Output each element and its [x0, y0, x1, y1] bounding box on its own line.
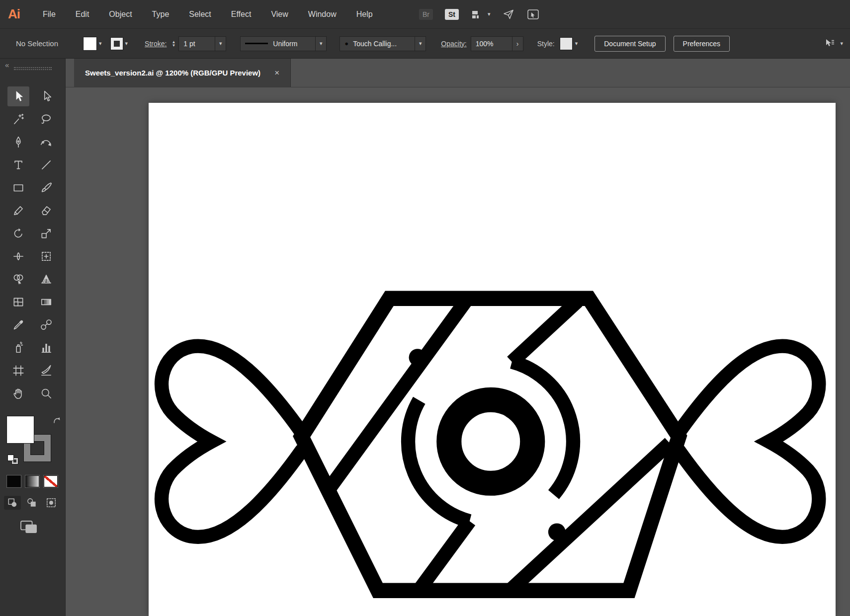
width-profile-select[interactable]: Uniform [240, 36, 316, 51]
menu-bar: Ai File Edit Object Type Select Effect V… [0, 0, 850, 29]
pasteboard[interactable] [66, 87, 850, 616]
close-tab-icon[interactable]: × [274, 68, 279, 78]
candy-artwork[interactable] [149, 103, 836, 616]
menu-file[interactable]: File [43, 10, 56, 19]
candy-center-ring[interactable] [449, 400, 532, 483]
lasso-tool[interactable] [35, 109, 57, 129]
pencil-tool[interactable] [7, 201, 29, 221]
menu-object[interactable]: Object [109, 10, 132, 19]
hand-icon [12, 387, 25, 400]
style-chevron-down-icon[interactable]: ▾ [575, 40, 578, 47]
gradient-button[interactable] [25, 475, 39, 487]
scale-tool[interactable] [35, 224, 57, 243]
share-button[interactable] [503, 8, 514, 20]
bridge-badge[interactable]: Br [419, 9, 433, 20]
selection-tool[interactable] [7, 86, 29, 106]
stroke-weight-label[interactable]: Stroke: [145, 40, 167, 48]
free-transform-tool[interactable] [35, 246, 57, 266]
fill-color-swatch[interactable] [84, 37, 96, 50]
curvature-tool[interactable] [35, 132, 57, 152]
drawing-mode-buttons [4, 496, 60, 510]
column-graph-tool[interactable] [35, 338, 57, 358]
width-tool[interactable] [7, 246, 29, 266]
stroke-weight-input[interactable]: 1 pt [178, 36, 215, 51]
preferences-button[interactable]: Preferences [674, 36, 730, 52]
none-button[interactable] [44, 475, 58, 487]
share-icon [503, 8, 514, 20]
pen-tool[interactable] [7, 132, 29, 152]
collapse-panel-button[interactable]: « [5, 61, 9, 69]
candy-dot-bottom[interactable] [548, 523, 566, 540]
perspective-grid-tool[interactable] [35, 269, 57, 289]
stroke-color-swatch[interactable] [111, 38, 123, 50]
stroke-weight-dropdown[interactable]: ▾ [215, 36, 226, 51]
default-fill-stroke-button[interactable] [8, 455, 19, 465]
pen-icon [12, 136, 25, 149]
mesh-tool[interactable] [7, 292, 29, 312]
zoom-tool[interactable] [35, 384, 57, 403]
brush-definition-select[interactable]: ● Touch Callig... [340, 36, 415, 51]
brush-definition-value: Touch Callig... [353, 40, 397, 48]
band-stub-upper-right[interactable] [512, 301, 578, 362]
selection-status: No Selection [16, 39, 66, 48]
brush-definition-dropdown[interactable]: ▾ [415, 36, 426, 51]
stepper-down-icon[interactable]: ▼ [171, 44, 175, 47]
menu-effect[interactable]: Effect [231, 10, 252, 19]
opacity-flyout-arrow[interactable]: › [512, 36, 523, 51]
menu-view[interactable]: View [271, 10, 288, 19]
fill-chevron-down-icon[interactable]: ▾ [99, 40, 102, 47]
stock-badge[interactable]: St [445, 9, 459, 20]
stroke-chevron-down-icon[interactable]: ▾ [125, 40, 128, 47]
candy-wrapper-right-bow[interactable] [679, 346, 819, 537]
candy-dot-top[interactable] [409, 349, 426, 366]
artboard[interactable] [149, 103, 836, 616]
color-button[interactable] [7, 475, 21, 487]
shape-builder-tool[interactable] [7, 269, 29, 289]
menu-help[interactable]: Help [356, 10, 373, 19]
paintbrush-tool[interactable] [35, 178, 57, 198]
blend-tool[interactable] [35, 315, 57, 335]
line-segment-tool[interactable] [35, 155, 57, 175]
menu-select[interactable]: Select [189, 10, 211, 19]
swap-fill-stroke-button[interactable] [53, 416, 62, 425]
document-tab-title: Sweets_version2.ai @ 1200% (RGB/GPU Prev… [85, 69, 260, 77]
rotate-tool[interactable] [7, 224, 29, 243]
width-profile-dropdown[interactable]: ▾ [316, 36, 327, 51]
gradient-tool[interactable] [35, 292, 57, 312]
document-tab[interactable]: Sweets_version2.ai @ 1200% (RGB/GPU Prev… [74, 59, 291, 87]
workspace-switcher[interactable]: ▾ [471, 8, 491, 20]
menu-window[interactable]: Window [308, 10, 337, 19]
control-bar: No Selection ▾ ▾ Stroke: ▲ ▼ 1 pt ▾ Unif… [0, 29, 850, 59]
direct-selection-tool[interactable] [35, 86, 57, 106]
eraser-tool[interactable] [35, 201, 57, 221]
panel-grip[interactable] [14, 67, 52, 68]
opacity-input[interactable]: 100% [471, 36, 512, 51]
panel-grip-2[interactable] [14, 69, 52, 70]
draw-behind-mode[interactable] [23, 496, 40, 510]
menu-edit[interactable]: Edit [76, 10, 89, 19]
type-tool[interactable] [7, 155, 29, 175]
artboard-tool[interactable] [7, 361, 29, 381]
magic-wand-tool[interactable] [7, 109, 29, 129]
rectangle-tool[interactable] [7, 178, 29, 198]
draw-normal-mode[interactable] [4, 496, 21, 510]
opacity-label[interactable]: Opacity: [441, 40, 466, 48]
slice-tool[interactable] [35, 361, 57, 381]
eyedropper-tool[interactable] [7, 315, 29, 335]
select-similar-control[interactable]: ▾ [824, 38, 843, 50]
fill-proxy-swatch[interactable] [7, 416, 34, 443]
document-setup-button[interactable]: Document Setup [595, 36, 665, 52]
hand-tool[interactable] [7, 384, 29, 403]
stroke-weight-stepper[interactable]: ▲ ▼ [171, 40, 175, 47]
style-swatch[interactable] [560, 37, 573, 50]
draw-inside-mode[interactable] [43, 496, 60, 510]
touch-workspace-button[interactable] [526, 8, 540, 20]
draw-inside-icon [46, 497, 57, 508]
paint-style-buttons [7, 475, 58, 487]
symbol-sprayer-tool[interactable] [7, 338, 29, 358]
change-screen-mode-button[interactable] [19, 519, 39, 535]
menu-type[interactable]: Type [152, 10, 170, 19]
candy-wrapper-left-bow[interactable] [162, 346, 302, 537]
direct-selection-arrow-icon [40, 90, 53, 103]
band-stub-lower-left[interactable] [420, 521, 469, 588]
